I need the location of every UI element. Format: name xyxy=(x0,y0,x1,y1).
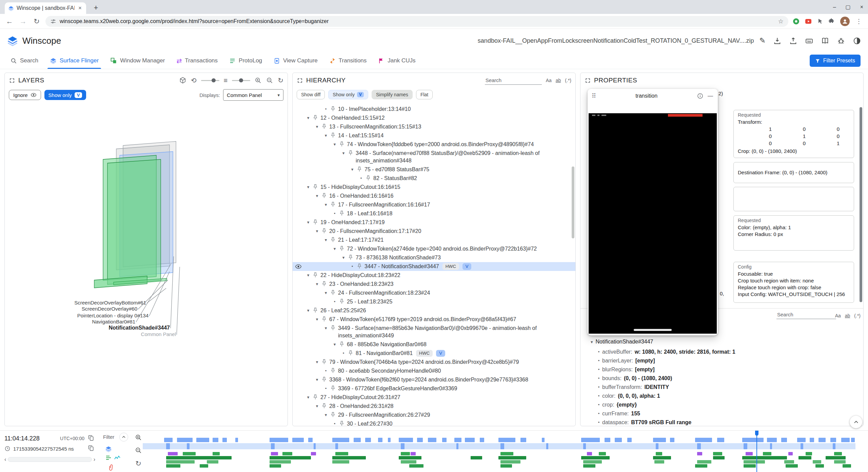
timeline-segment[interactable] xyxy=(615,438,622,442)
expand-arrow-icon[interactable]: ▾ xyxy=(304,183,312,191)
timeline-segment[interactable] xyxy=(480,438,484,442)
pin-icon[interactable] xyxy=(312,272,319,279)
pin-icon[interactable] xyxy=(321,123,328,130)
timeline-segment[interactable] xyxy=(744,443,747,449)
tree-row[interactable]: ▾21 - Leaf:17:17#21 xyxy=(293,236,575,244)
download-icon[interactable] xyxy=(773,37,782,45)
property-item[interactable]: •bufferTransform:IDENTITY xyxy=(596,383,860,392)
timeline-segment[interactable] xyxy=(213,452,220,455)
expand-panel-icon[interactable] xyxy=(297,77,303,84)
spacing-slider[interactable] xyxy=(232,80,250,81)
timeline-segment[interactable] xyxy=(401,443,405,449)
extensions-puzzle-icon[interactable] xyxy=(828,18,835,25)
timeline-cursor-handle[interactable] xyxy=(755,431,758,436)
scroll-track[interactable] xyxy=(8,457,92,462)
extension-red-icon[interactable] xyxy=(805,18,812,25)
transition-preview-card[interactable]: ⠿ transition — xyxy=(588,89,718,335)
timeline-segment[interactable] xyxy=(271,443,275,449)
tree-row[interactable]: ▾17 - FullscreenMagnification:16:16#17 xyxy=(293,200,575,209)
regex-icon[interactable]: (.*) xyxy=(854,313,861,318)
timeline-segment[interactable] xyxy=(695,438,712,442)
flat-chip[interactable]: Flat xyxy=(416,90,433,99)
timeline-segment[interactable] xyxy=(744,460,765,464)
tab-transitions[interactable]: Transitions xyxy=(323,53,373,69)
expand-arrow-icon[interactable]: ▾ xyxy=(591,339,593,345)
timeline-segment[interactable] xyxy=(270,456,311,459)
property-item[interactable]: •blurRegions:[empty] xyxy=(596,365,860,374)
tree-row[interactable]: ▾12 - OneHanded:15:15#12 xyxy=(293,114,575,122)
timeline-segment[interactable] xyxy=(454,438,461,442)
copy-icon[interactable] xyxy=(88,435,95,442)
pin-icon[interactable] xyxy=(339,245,346,252)
timeline-segment[interactable] xyxy=(833,443,835,449)
timeline-segment[interactable] xyxy=(222,438,227,442)
pin-icon[interactable] xyxy=(348,150,354,157)
timeline-segment[interactable] xyxy=(798,456,811,459)
expand-arrow-icon[interactable]: ▾ xyxy=(322,236,330,244)
layer-label-selected[interactable]: NotificationShade#3447 xyxy=(109,325,170,331)
timeline-segment[interactable] xyxy=(335,452,348,455)
tree-row[interactable]: ▾28 - OneHanded:26:31#28 xyxy=(293,402,575,411)
timeline-segment[interactable] xyxy=(332,438,349,442)
pin-icon[interactable] xyxy=(330,132,337,139)
pin-icon[interactable] xyxy=(321,193,328,199)
timeline-segment[interactable] xyxy=(500,452,513,455)
timeline-segment[interactable] xyxy=(546,443,548,449)
browser-tab[interactable]: Winscope | sandbox-FAIl × xyxy=(5,2,86,14)
expand-arrow-icon[interactable]: ▾ xyxy=(339,254,348,261)
timeline-segment[interactable] xyxy=(653,456,671,459)
timeline-segment[interactable] xyxy=(786,464,798,468)
extension-cursor-icon[interactable] xyxy=(817,18,824,25)
timeline-segment[interactable] xyxy=(177,438,193,442)
properties-search-input[interactable] xyxy=(776,310,836,319)
address-bar[interactable]: winscope.teams.x20web.corp.google.com/pr… xyxy=(45,16,788,27)
expand-arrow-icon[interactable]: ▾ xyxy=(313,402,321,410)
match-case-icon[interactable]: Aa xyxy=(546,78,552,83)
timeline-segment[interactable] xyxy=(500,460,520,464)
timeline-segment[interactable] xyxy=(581,456,610,459)
regex-icon[interactable]: (.*) xyxy=(565,78,571,83)
timeline-segment[interactable] xyxy=(411,452,416,455)
collapse-timeline-button[interactable] xyxy=(850,416,862,428)
timeline-segment[interactable] xyxy=(695,464,707,468)
timeline-segment[interactable] xyxy=(767,438,777,442)
pin-icon[interactable] xyxy=(339,341,346,348)
property-item[interactable]: •currFrame:155 xyxy=(596,409,860,418)
timeline-segment[interactable] xyxy=(270,464,281,468)
new-tab-button[interactable]: + xyxy=(91,3,101,13)
pin-icon[interactable] xyxy=(312,394,319,401)
timeline-segment[interactable] xyxy=(235,438,238,442)
property-item[interactable]: •dataspace:BT709 sRGB Full range xyxy=(596,418,860,426)
timeline-segment[interactable] xyxy=(742,438,764,442)
tree-row[interactable]: ▾22 - HideDisplayCutout:18:23#22 xyxy=(293,271,575,280)
expand-arrow-icon[interactable]: ▾ xyxy=(313,228,321,235)
reset-view-icon[interactable]: ↻ xyxy=(278,77,283,84)
paperclip-icon[interactable] xyxy=(106,463,116,472)
timeline-segment[interactable] xyxy=(801,443,803,449)
tree-row[interactable]: ▾23 - OneHanded:18:23#23 xyxy=(293,280,575,289)
hierarchy-scrollbar[interactable] xyxy=(572,166,574,238)
pin-icon[interactable] xyxy=(330,385,337,392)
timeline-segment[interactable] xyxy=(834,460,846,464)
timeline-segment[interactable] xyxy=(388,438,391,442)
expand-arrow-icon[interactable]: ▾ xyxy=(313,358,321,366)
timeline-segment[interactable] xyxy=(409,464,423,468)
trace-line-icon[interactable] xyxy=(114,454,121,461)
layers-3d-canvas[interactable]: ScreenDecorOverlayBottom#61 ScreenDecorO… xyxy=(5,102,288,426)
tree-row[interactable]: ▾73 - 8736138 NotificationShade#73 xyxy=(293,253,575,262)
pin-icon[interactable] xyxy=(312,184,319,191)
expand-arrow-icon[interactable]: ▾ xyxy=(304,114,312,122)
timeline-segment[interactable] xyxy=(308,438,313,442)
timeline-segment[interactable] xyxy=(627,438,632,442)
timeline-segment[interactable] xyxy=(442,438,447,442)
show-only-chip[interactable]: Show only V xyxy=(328,90,368,99)
scroll-right-icon[interactable]: › xyxy=(94,457,95,462)
timeline-segment[interactable] xyxy=(183,452,196,455)
property-item[interactable]: •color:(0, 0, 0), alpha: 1 xyxy=(596,392,860,400)
timeline-segment[interactable] xyxy=(401,460,416,464)
properties-scrollbar[interactable] xyxy=(860,107,862,302)
minimize-icon[interactable]: — xyxy=(707,93,714,99)
timeline-segment[interactable] xyxy=(810,438,814,442)
pin-icon[interactable] xyxy=(321,228,328,235)
zoom-in-icon[interactable] xyxy=(255,77,262,84)
